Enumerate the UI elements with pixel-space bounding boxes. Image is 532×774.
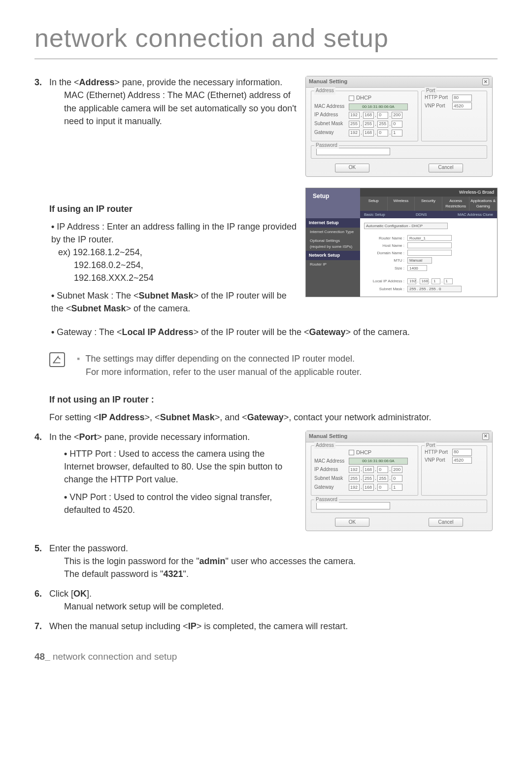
domain-name-field[interactable] [407,250,452,256]
if-not-using-ip-router-heading: If not using an IP router : [49,393,498,406]
host-name-field[interactable] [407,242,452,248]
step-4: 4.In the <Port> pane, provide necessary … [49,431,297,517]
no-router-paragraph: For setting <IP Address>, <Subnet Mask>,… [49,411,498,424]
step-5: 5.Enter the password. This is the login … [49,542,498,580]
vnp-port-field[interactable]: 4520 [452,102,472,109]
iprouter-gateway-bullet: Gateway : The <Local IP Address> of the … [51,326,498,338]
http-port-field[interactable]: 80 [452,95,472,101]
router-setup-figure: Setup Wireless-G Broad Setup Wireless Se… [305,188,498,298]
note-icon [49,352,65,367]
iprouter-subnet-bullet: Subnet Mask : The <Subnet Mask> of the I… [51,289,297,315]
ip-octet[interactable]: 192 [349,112,360,119]
cancel-button[interactable]: Cancel [429,164,463,172]
dialog-title: Manual Setting [309,78,347,86]
close-icon[interactable]: ✕ [482,433,489,440]
manual-setting-dialog: Manual Setting ✕ Address DHCP MAC Addres… [305,76,493,176]
connection-type-select[interactable]: Automatic Configuration - DHCP [364,223,448,229]
ok-button[interactable]: OK [335,164,369,172]
subnet-mask-select[interactable]: 255 . 255 . 255 . 0 [407,286,462,292]
router-name-field[interactable]: Router_1 [407,235,452,241]
mtu-size-field[interactable]: 1400 [407,265,427,271]
dhcp-checkbox[interactable] [349,450,354,455]
step-7: 7.When the manual setup including <IP> i… [49,620,498,633]
mac-address-field: 00:16:31:80:06:0A [349,103,408,110]
manual-setting-dialog-2: Manual Setting ✕ Address DHCP MAC Addres… [305,431,493,531]
dhcp-checkbox[interactable] [349,96,354,101]
cancel-button[interactable]: Cancel [429,518,463,527]
page-title: network connection and setup [34,20,498,59]
step-3-mac: MAC (Ethernet) Address : The MAC (Ethern… [49,89,297,127]
iprouter-ip-bullet: IP Address : Enter an address falling in… [51,220,297,284]
router-tab[interactable]: Setup [360,197,388,211]
step-6: 6.Click [OK]. Manual network setup will … [49,587,498,613]
close-icon[interactable]: ✕ [482,78,489,85]
mtu-select[interactable]: Manual [407,257,432,264]
if-using-ip-router-heading: If using an IP router [49,202,297,215]
note-block: The settings may differ depending on the… [49,352,498,378]
page-footer: 48_ network connection and setup [34,650,498,664]
ok-button[interactable]: OK [335,518,369,527]
step-3: 3.In the <Address> pane, provide the nec… [49,76,297,127]
